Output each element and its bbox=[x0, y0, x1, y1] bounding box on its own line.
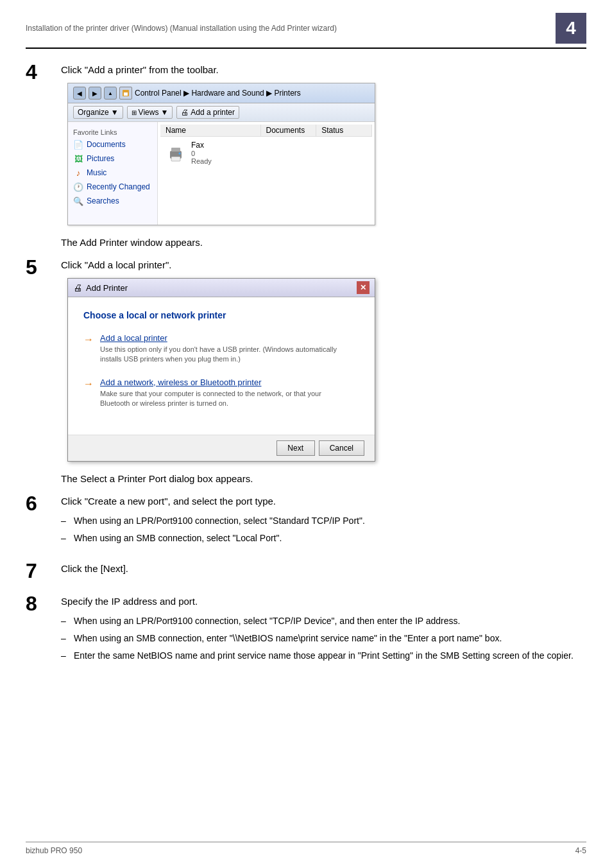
bullet-dash: – bbox=[61, 514, 74, 528]
option1-content: Add a local printer Use this option only… bbox=[100, 333, 344, 365]
step-4-content: Click "Add a printer" from the toolbar. … bbox=[61, 62, 586, 225]
dialog-title: 🖨 Add Printer bbox=[73, 282, 128, 293]
file-docs: 0 bbox=[191, 150, 212, 157]
dialog-option-local: → Add a local printer Use this option on… bbox=[83, 333, 359, 365]
next-button[interactable]: Next bbox=[276, 440, 315, 456]
dialog-body: Choose a local or network printer → Add … bbox=[68, 297, 375, 435]
chevron-down-icon: ▼ bbox=[111, 108, 119, 117]
option1-title[interactable]: Add a local printer bbox=[100, 333, 344, 343]
table-row[interactable]: Fax 0 Ready bbox=[160, 137, 372, 169]
step-8-bullets: – When using an LPR/Port9100 connection,… bbox=[61, 614, 586, 663]
bullet-dash: – bbox=[61, 614, 74, 628]
option2-content: Add a network, wireless or Bluetooth pri… bbox=[100, 378, 344, 409]
step-8: 8 Specify the IP address and port. – Whe… bbox=[26, 593, 586, 666]
step-6: 6 Click "Create a new port", and select … bbox=[26, 493, 586, 549]
bullet-dash: – bbox=[61, 532, 74, 545]
windows-explorer-screenshot: ◀ ▶ ▲ Control Panel ▶ Hardware and Sound… bbox=[67, 83, 375, 225]
option2-title[interactable]: Add a network, wireless or Bluetooth pri… bbox=[100, 378, 344, 387]
col-documents: Documents bbox=[261, 125, 317, 136]
chevron-down-icon: ▼ bbox=[160, 108, 168, 117]
list-item: – When using an SMB connection, enter "\… bbox=[61, 632, 586, 645]
step-5-content: Click "Add a local printer". 🖨 Add Print… bbox=[61, 257, 586, 462]
step-8-instruction: Specify the IP address and port. bbox=[61, 596, 586, 607]
page-footer: bizhub PRO 950 4-5 bbox=[26, 842, 586, 855]
add-printer-button[interactable]: 🖨 Add a printer bbox=[176, 106, 239, 119]
step-6-bullets: – When using an LPR/Port9100 connection,… bbox=[61, 514, 586, 545]
step-4: 4 Click "Add a printer" from the toolbar… bbox=[26, 62, 586, 225]
col-name: Name bbox=[160, 125, 261, 136]
explorer-body: Favorite Links 📄 Documents 🖼 Pictures ♪ … bbox=[68, 122, 375, 225]
sidebar-section-title: Favorite Links bbox=[68, 127, 157, 137]
bullet-dash: – bbox=[61, 632, 74, 645]
step-7-number: 7 bbox=[26, 560, 61, 581]
option1-desc: Use this option only if you don't have a… bbox=[100, 345, 344, 365]
page-header: Installation of the printer driver (Wind… bbox=[26, 13, 586, 49]
step-5: 5 Click "Add a local printer". 🖨 Add Pri… bbox=[26, 257, 586, 462]
page-header-title: Installation of the printer driver (Wind… bbox=[26, 24, 337, 33]
dialog-heading: Choose a local or network printer bbox=[83, 310, 359, 320]
page-number-badge: 4 bbox=[556, 13, 586, 44]
file-name: Fax bbox=[191, 141, 212, 150]
dialog-footer: Next Cancel bbox=[68, 435, 375, 461]
cancel-button[interactable]: Cancel bbox=[319, 440, 364, 456]
step-7-content: Click the [Next]. bbox=[61, 560, 586, 582]
option1-arrow-icon: → bbox=[83, 334, 94, 345]
option2-arrow-icon: → bbox=[83, 378, 94, 390]
sidebar-item-pictures[interactable]: 🖼 Pictures bbox=[68, 152, 157, 166]
explorer-main: Name Documents Status bbox=[158, 122, 375, 225]
breadcrumb: Control Panel ▶ Hardware and Sound ▶ Pri… bbox=[135, 89, 301, 98]
footer-page: 4-5 bbox=[575, 846, 586, 855]
step-6-content: Click "Create a new port", and select th… bbox=[61, 493, 586, 549]
file-status: Ready bbox=[191, 157, 212, 165]
printer-icon bbox=[166, 143, 186, 163]
list-item: – Enter the same NetBIOS name and print … bbox=[61, 649, 586, 663]
svg-rect-3 bbox=[171, 148, 180, 152]
list-item: – When using an LPR/Port9100 connection,… bbox=[61, 614, 586, 628]
home-icon bbox=[119, 87, 132, 100]
sidebar-item-recently-changed[interactable]: 🕐 Recently Changed bbox=[68, 180, 157, 194]
step-8-content: Specify the IP address and port. – When … bbox=[61, 593, 586, 666]
docs-icon: 📄 bbox=[73, 139, 83, 150]
step-5-number: 5 bbox=[26, 257, 61, 277]
step-7-instruction: Click the [Next]. bbox=[61, 563, 586, 574]
step-4-instruction: Click "Add a printer" from the toolbar. bbox=[61, 64, 586, 75]
step-6-number: 6 bbox=[26, 493, 61, 514]
explorer-address-bar: ◀ ▶ ▲ Control Panel ▶ Hardware and Sound… bbox=[68, 83, 375, 103]
sidebar-item-documents[interactable]: 📄 Documents bbox=[68, 137, 157, 152]
column-headers: Name Documents Status bbox=[160, 125, 372, 137]
col-status: Status bbox=[316, 125, 372, 136]
step-5-description: The Select a Printer Port dialog box app… bbox=[61, 473, 586, 484]
dialog-titlebar: 🖨 Add Printer ✕ bbox=[68, 279, 375, 297]
dialog-option-network: → Add a network, wireless or Bluetooth p… bbox=[83, 378, 359, 409]
file-info: Fax 0 Ready bbox=[191, 141, 212, 165]
explorer-toolbar: Organize ▼ ⊞ Views ▼ 🖨 Add a printer bbox=[68, 103, 375, 122]
views-button[interactable]: ⊞ Views ▼ bbox=[127, 106, 173, 119]
svg-rect-4 bbox=[171, 157, 180, 161]
forward-button[interactable]: ▶ bbox=[89, 87, 101, 100]
dialog-close-button[interactable]: ✕ bbox=[357, 281, 370, 294]
svg-rect-1 bbox=[124, 92, 128, 96]
add-printer-dialog-screenshot: 🖨 Add Printer ✕ Choose a local or networ… bbox=[67, 278, 375, 462]
music-icon: ♪ bbox=[73, 168, 83, 178]
back-button[interactable]: ◀ bbox=[73, 87, 86, 100]
list-item: – When using an LPR/Port9100 connection,… bbox=[61, 514, 586, 528]
organize-button[interactable]: Organize ▼ bbox=[73, 106, 123, 119]
step-6-instruction: Click "Create a new port", and select th… bbox=[61, 496, 586, 507]
explorer-sidebar: Favorite Links 📄 Documents 🖼 Pictures ♪ … bbox=[68, 122, 158, 225]
step-8-number: 8 bbox=[26, 593, 61, 614]
option2-desc: Make sure that your computer is connecte… bbox=[100, 389, 344, 409]
footer-product: bizhub PRO 950 bbox=[26, 846, 82, 855]
svg-point-5 bbox=[179, 153, 181, 155]
step-5-instruction: Click "Add a local printer". bbox=[61, 259, 586, 270]
bullet-dash: – bbox=[61, 649, 74, 663]
up-button[interactable]: ▲ bbox=[104, 87, 117, 100]
pictures-icon: 🖼 bbox=[73, 153, 83, 164]
searches-icon: 🔍 bbox=[73, 196, 83, 206]
sidebar-item-searches[interactable]: 🔍 Searches bbox=[68, 194, 157, 208]
step-4-description: The Add Printer window appears. bbox=[61, 237, 586, 248]
step-4-number: 4 bbox=[26, 62, 61, 82]
sidebar-item-music[interactable]: ♪ Music bbox=[68, 166, 157, 180]
step-7: 7 Click the [Next]. bbox=[26, 560, 586, 582]
list-item: – When using an SMB connection, select "… bbox=[61, 532, 586, 545]
recent-icon: 🕐 bbox=[73, 182, 83, 192]
